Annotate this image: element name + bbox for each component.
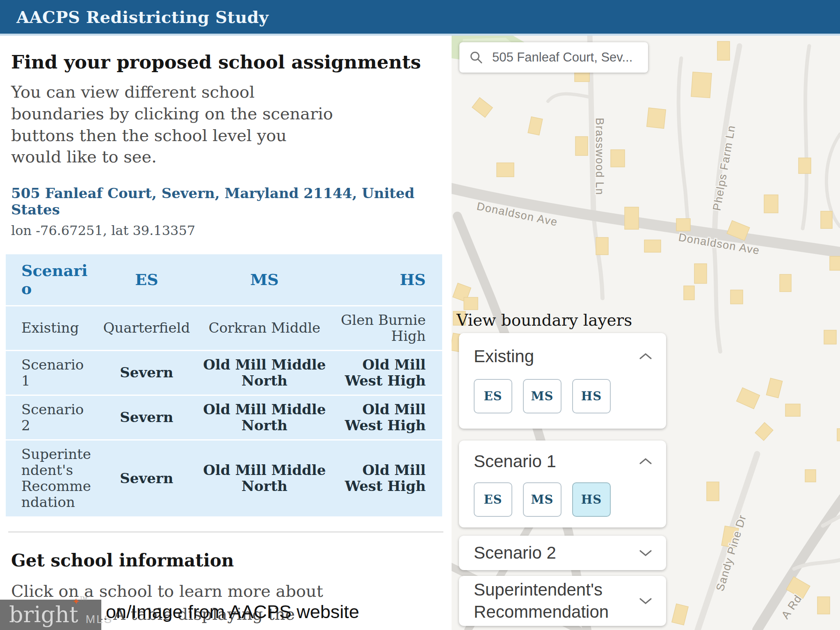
cell-ms: Old Mill Middle North — [194, 441, 335, 516]
cell-hs: Old Mill West High — [335, 396, 442, 439]
cell-ms: Old Mill Middle North — [194, 351, 335, 395]
scenario-1-hs-button[interactable]: HS — [572, 482, 611, 517]
cell-scenario: Existing — [6, 306, 99, 350]
cell-scenario: Superintendent's Recommendation — [6, 441, 99, 516]
address-link[interactable]: 505 Fanleaf Court, Severn, Maryland 2114… — [11, 185, 452, 218]
panel-superintendent-title: Superintendent's Recommendation — [474, 579, 609, 623]
trademark-mark: TM — [80, 596, 87, 601]
chevron-down-icon[interactable] — [639, 549, 652, 557]
column-header-scenario: Scenario — [6, 254, 99, 305]
scenario-1-es-button[interactable]: ES — [474, 482, 512, 517]
cell-es: Severn — [99, 396, 194, 439]
table-row: Superintendent's Recommendation Severn O… — [6, 441, 442, 516]
page-title: Find your proposed school assignments — [11, 51, 452, 73]
map-search-input[interactable]: 505 Fanleaf Court, Sev... — [459, 42, 648, 73]
table-header-row: Scenario ES MS HS — [6, 254, 442, 305]
cell-scenario: Scenario 2 — [6, 396, 99, 439]
panel-scenario-2-header[interactable]: Scenario 2 — [459, 536, 666, 570]
panel-existing-title: Existing — [474, 345, 534, 368]
assignments-table: Scenario ES MS HS Existing Quarterfield … — [6, 253, 442, 517]
cell-hs: Old Mill West High — [335, 351, 442, 395]
column-header-hs: HS — [335, 254, 442, 305]
cell-es: Severn — [99, 441, 194, 516]
coordinates-text: lon -76.67251, lat 39.13357 — [11, 223, 452, 238]
star-icon: ✦ — [72, 597, 80, 606]
top-navbar: AACPS Redistricting Study — [0, 0, 840, 36]
column-header-ms: MS — [194, 254, 335, 305]
chevron-up-icon[interactable] — [639, 458, 652, 465]
bright-mls-logo: bright✦TM MLS — [0, 600, 101, 630]
intro-text: You can view different school boundaries… — [11, 81, 335, 168]
panel-scenario-2-title: Scenario 2 — [474, 542, 556, 564]
table-row: Scenario 2 Severn Old Mill Middle North … — [6, 396, 442, 439]
table-row: Existing Quarterfield Corkran Middle Gle… — [6, 306, 442, 350]
cell-es: Severn — [99, 351, 194, 395]
panel-existing: Existing ES MS HS — [459, 333, 666, 429]
brand-wordmark: bright✦TM — [9, 604, 78, 626]
panel-scenario-1-title: Scenario 1 — [474, 450, 556, 472]
cell-ms: Corkran Middle — [194, 306, 335, 350]
cell-hs: Glen Burnie High — [335, 306, 442, 350]
app-title: AACPS Redistricting Study — [16, 7, 269, 27]
image-caption: on/Image from AACPS website — [106, 601, 359, 623]
table-row: Scenario 1 Severn Old Mill Middle North … — [6, 351, 442, 395]
app-window: AACPS Redistricting Study — [0, 0, 840, 630]
cell-scenario: Scenario 1 — [6, 351, 99, 395]
column-header-es: ES — [99, 254, 194, 305]
street-label-brasswood: Brasswood Ln — [593, 118, 606, 195]
cell-hs: Old Mill West High — [335, 441, 442, 516]
panel-existing-header[interactable]: Existing — [459, 333, 666, 368]
chevron-down-icon[interactable] — [639, 597, 652, 605]
assignments-panel: Find your proposed school assignments Yo… — [0, 36, 452, 630]
existing-hs-button[interactable]: HS — [572, 379, 611, 413]
existing-es-button[interactable]: ES — [474, 379, 512, 413]
scenario-1-ms-button[interactable]: MS — [523, 482, 562, 517]
school-info-heading: Get school information — [11, 550, 452, 571]
panel-scenario-1-header[interactable]: Scenario 1 — [459, 441, 666, 472]
panel-scenario-1: Scenario 1 ES MS HS — [459, 441, 666, 527]
panel-superintendent-header[interactable]: Superintendent's Recommendation — [459, 576, 666, 626]
existing-ms-button[interactable]: MS — [523, 379, 562, 413]
section-divider — [8, 532, 443, 532]
chevron-up-icon[interactable] — [639, 353, 652, 360]
cell-ms: Old Mill Middle North — [194, 396, 335, 439]
panel-superintendent: Superintendent's Recommendation — [459, 576, 666, 626]
cell-es: Quarterfield — [99, 306, 194, 350]
panel-scenario-2: Scenario 2 — [459, 536, 666, 570]
search-value: 505 Fanleaf Court, Sev... — [492, 50, 632, 65]
boundary-layers-heading: View boundary layers — [457, 311, 632, 329]
search-icon — [469, 50, 483, 64]
